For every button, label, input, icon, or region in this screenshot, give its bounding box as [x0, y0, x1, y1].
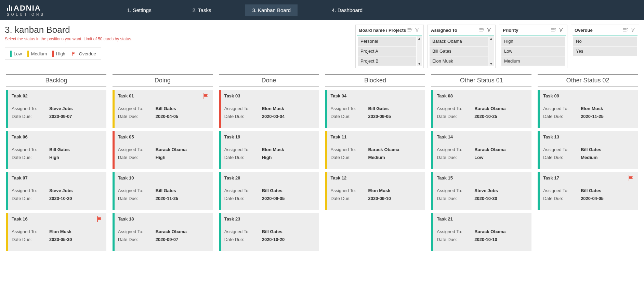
assigned-value: Barack Obama	[474, 147, 505, 152]
column-header[interactable]: Blocked	[325, 74, 425, 86]
page-subtitle: Select the status in the positions you w…	[5, 37, 251, 41]
assigned-value: Barack Obama	[368, 147, 399, 152]
column-header[interactable]: Doing	[113, 74, 213, 86]
card-title: Task 03	[224, 93, 315, 98]
assigned-value: Elon Musk	[262, 106, 284, 111]
assigned-value: Bill Gates	[368, 106, 389, 111]
overdue-flag-icon	[202, 93, 210, 101]
filter-option[interactable]: Project A	[358, 46, 416, 56]
column-header[interactable]: Other Status 01	[431, 74, 531, 86]
assigned-value: Bill Gates	[262, 229, 282, 234]
kanban-card[interactable]: Task 21Assigned To:Barack ObamaDate Due:…	[431, 213, 531, 251]
filter-option[interactable]: Low	[501, 46, 565, 56]
filter-option[interactable]: Personal	[358, 37, 416, 46]
filter-option[interactable]: Medium	[501, 56, 565, 66]
assigned-label: Assigned To:	[224, 106, 262, 111]
kanban-card[interactable]: Task 06Assigned To:Bill GatesDate Due:Hi…	[6, 131, 106, 169]
kanban-card[interactable]: Task 08Assigned To:Barack ObamaDate Due:…	[431, 90, 531, 128]
assigned-value: Bill Gates	[156, 106, 176, 111]
kanban-card[interactable]: Task 13Assigned To:Bill GatesDate Due:Me…	[538, 131, 638, 169]
filter-option[interactable]: Barack Obama	[430, 37, 488, 46]
funnel-icon[interactable]	[558, 27, 564, 34]
kanban-card[interactable]: Task 16Assigned To:Elon MuskDate Due:202…	[6, 213, 106, 251]
due-value: 2020-10-20	[262, 237, 285, 242]
kanban-card[interactable]: Task 23Assigned To:Bill GatesDate Due:20…	[219, 213, 319, 251]
kanban-card[interactable]: Task 11Assigned To:Barack ObamaDate Due:…	[325, 131, 425, 169]
column-header[interactable]: Other Status 02	[538, 74, 638, 86]
filter-option[interactable]: Elon Musk	[430, 56, 488, 66]
kanban-column: DoingTask 01Assigned To:Bill GatesDate D…	[111, 74, 214, 254]
kanban-card[interactable]: Task 03Assigned To:Elon MuskDate Due:202…	[219, 90, 319, 128]
column-header[interactable]: Done	[219, 74, 319, 86]
due-value: 2020-03-04	[262, 114, 285, 119]
assigned-label: Assigned To:	[330, 106, 368, 111]
kanban-card[interactable]: Task 20Assigned To:Bill GatesDate Due:20…	[219, 172, 319, 210]
filter-option[interactable]: Yes	[573, 46, 637, 56]
due-label: Date Due:	[118, 155, 156, 160]
due-label: Date Due:	[437, 155, 474, 160]
card-title: Task 06	[12, 134, 102, 139]
card-title: Task 18	[118, 216, 209, 222]
due-label: Date Due:	[118, 237, 156, 242]
nav-tab-1[interactable]: 2. Tasks	[186, 4, 218, 16]
scroll-down-icon[interactable]: ▼	[489, 62, 493, 66]
due-value: Medium	[581, 155, 597, 160]
filter-panel-3: OverdueNoYes	[571, 25, 639, 68]
assigned-label: Assigned To:	[118, 106, 156, 111]
kanban-card[interactable]: Task 17Assigned To:Bill GatesDate Due:20…	[538, 172, 638, 210]
kanban-card[interactable]: Task 18Assigned To:Barack ObamaDate Due:…	[113, 213, 213, 251]
filter-option[interactable]: High	[501, 37, 565, 46]
assigned-label: Assigned To:	[543, 147, 581, 152]
kanban-card[interactable]: Task 15Assigned To:Steve JobsDate Due:20…	[431, 172, 531, 210]
assigned-label: Assigned To:	[437, 229, 474, 234]
kanban-card[interactable]: Task 01Assigned To:Bill GatesDate Due:20…	[113, 90, 213, 128]
kanban-card[interactable]: Task 12Assigned To:Elon MuskDate Due:202…	[325, 172, 425, 210]
scroll-up-icon[interactable]: ▲	[418, 37, 421, 40]
nav-tab-3[interactable]: 4. Dashboard	[325, 4, 369, 16]
due-value: High	[49, 155, 59, 160]
multiselect-icon[interactable]	[622, 27, 628, 34]
kanban-card[interactable]: Task 07Assigned To:Steve JobsDate Due:20…	[6, 172, 106, 210]
due-label: Date Due:	[12, 237, 49, 242]
assigned-value: Barack Obama	[474, 229, 505, 234]
due-value: 2020-11-25	[581, 114, 604, 119]
nav-tab-2[interactable]: 3. Kanban Board	[245, 4, 298, 16]
due-label: Date Due:	[224, 155, 262, 160]
card-title: Task 02	[12, 93, 102, 98]
filter-scrollbar[interactable]: ▲▼	[488, 36, 494, 66]
kanban-card[interactable]: Task 02Assigned To:Steve JobsDate Due:20…	[6, 90, 106, 128]
scroll-down-icon[interactable]: ▼	[418, 62, 421, 66]
filter-option[interactable]: No	[573, 37, 637, 46]
assigned-label: Assigned To:	[330, 188, 368, 193]
due-label: Date Due:	[118, 196, 156, 201]
card-title: Task 09	[543, 93, 634, 98]
nav-tab-0[interactable]: 1. Settings	[120, 4, 158, 16]
due-label: Date Due:	[543, 196, 581, 201]
multiselect-icon[interactable]	[551, 27, 556, 34]
funnel-icon[interactable]	[415, 27, 420, 34]
filter-option[interactable]: Project B	[358, 56, 416, 66]
filter-title: Assigned To	[431, 28, 457, 33]
filter-scrollbar[interactable]: ▲▼	[417, 36, 422, 66]
priority-legend: Low Medium High Overdue	[5, 48, 101, 60]
filter-option[interactable]: Bill Gates	[430, 46, 488, 56]
assigned-value: Elon Musk	[262, 147, 284, 152]
kanban-card[interactable]: Task 19Assigned To:Elon MuskDate Due:Hig…	[219, 131, 319, 169]
column-header[interactable]: Backlog	[6, 74, 106, 86]
funnel-icon[interactable]	[630, 27, 635, 34]
due-value: 2020-09-10	[368, 196, 391, 201]
kanban-card[interactable]: Task 10Assigned To:Bill GatesDate Due:20…	[113, 172, 213, 210]
kanban-card[interactable]: Task 05Assigned To:Barack ObamaDate Due:…	[113, 131, 213, 169]
card-title: Task 07	[12, 175, 102, 181]
kanban-card[interactable]: Task 14Assigned To:Barack ObamaDate Due:…	[431, 131, 531, 169]
assigned-value: Elon Musk	[581, 106, 603, 111]
scroll-up-icon[interactable]: ▲	[489, 37, 493, 40]
kanban-column: Other Status 02Task 09Assigned To:Elon M…	[536, 74, 639, 254]
kanban-card[interactable]: Task 09Assigned To:Elon MuskDate Due:202…	[538, 90, 638, 128]
funnel-icon[interactable]	[486, 27, 492, 34]
kanban-card[interactable]: Task 04Assigned To:Bill GatesDate Due:20…	[325, 90, 425, 128]
logo-bars-icon	[7, 5, 12, 11]
multiselect-icon[interactable]	[479, 27, 484, 34]
overdue-flag-icon	[95, 216, 104, 224]
multiselect-icon[interactable]	[407, 27, 412, 34]
